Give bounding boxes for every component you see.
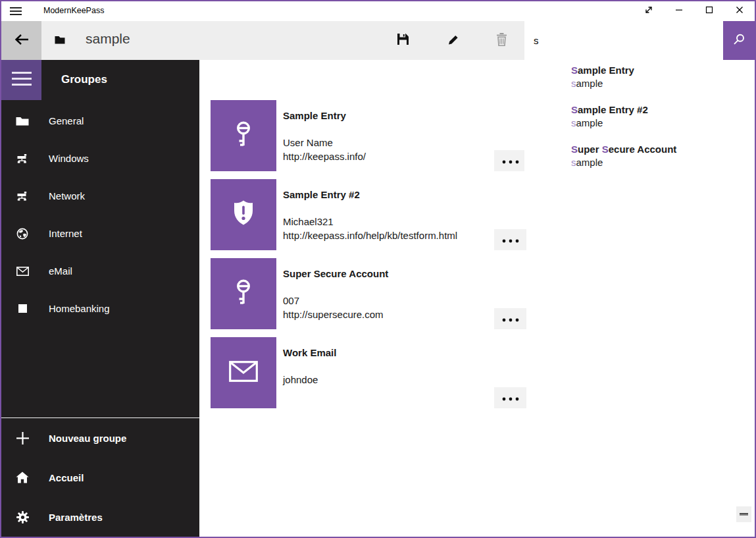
database-folder-icon bbox=[55, 35, 65, 47]
edit-button[interactable] bbox=[438, 21, 469, 60]
sidebar-heading: Groupes bbox=[61, 73, 107, 86]
suggestion-title-segment: ample Entry #2 bbox=[578, 104, 648, 115]
close-button[interactable] bbox=[724, 1, 755, 21]
entry-row[interactable]: Work Email johndoe bbox=[211, 337, 526, 408]
entry-url: http://keepass.info/help/kb/testform.htm… bbox=[283, 229, 457, 242]
entry-row[interactable]: Sample Entry #2 Michael321 http://keepas… bbox=[211, 179, 526, 250]
sidebar-item-internet[interactable]: Internet bbox=[1, 215, 199, 252]
suggestion-subtitle-segment: s bbox=[571, 78, 576, 89]
entry-more-button[interactable] bbox=[494, 229, 526, 250]
entry-title: Super Secure Account bbox=[283, 268, 388, 279]
search-input[interactable] bbox=[524, 21, 723, 60]
entry-more-button[interactable] bbox=[494, 387, 526, 408]
suggestion-subtitle: sample bbox=[571, 77, 752, 90]
zoom-out-button[interactable] bbox=[736, 506, 751, 522]
sidebar-item-label: General bbox=[49, 115, 84, 126]
suggestion-subtitle-segment: ample bbox=[576, 78, 603, 89]
diagonal-resize-icon bbox=[643, 5, 654, 18]
sidebar-item-label: eMail bbox=[49, 265, 72, 277]
sidebar-action-label: Accueil bbox=[49, 472, 84, 483]
suggestion-title-segment: uper bbox=[578, 144, 602, 155]
ellipsis-icon bbox=[502, 155, 519, 167]
entry-tile[interactable] bbox=[211, 100, 276, 171]
entry-tile[interactable] bbox=[211, 179, 276, 250]
settings-button[interactable]: Paramètres bbox=[1, 497, 199, 537]
window-controls bbox=[634, 1, 755, 21]
entry-username: Michael321 bbox=[283, 215, 457, 229]
suggestion-subtitle-segment: ample bbox=[576, 157, 603, 168]
save-button[interactable] bbox=[387, 21, 418, 60]
maximize-button[interactable] bbox=[694, 1, 724, 21]
suggestion-title-segment: S bbox=[602, 144, 609, 155]
suggestion-title-segment: S bbox=[571, 144, 578, 155]
network-icon bbox=[15, 192, 30, 201]
sidebar-item-homebanking[interactable]: Homebanking bbox=[1, 290, 199, 327]
search-suggestions-flyout: Sample Entry sample Sample Entry #2 samp… bbox=[524, 60, 756, 185]
trash-icon bbox=[496, 33, 507, 49]
entry-more-button[interactable] bbox=[494, 150, 526, 171]
titlebar-hamburger-icon[interactable] bbox=[10, 6, 23, 16]
entry-title: Sample Entry #2 bbox=[283, 189, 360, 200]
maximize-icon bbox=[704, 5, 715, 18]
minimize-icon bbox=[674, 5, 684, 18]
entry-title: Work Email bbox=[283, 347, 336, 358]
suggestion-title: Sample Entry bbox=[571, 64, 752, 77]
entry-row[interactable]: Super Secure Account 007 http://supersec… bbox=[211, 258, 526, 329]
minimize-button[interactable] bbox=[664, 1, 694, 21]
mail-icon bbox=[229, 361, 258, 385]
globe-icon bbox=[15, 228, 30, 240]
back-arrow-icon bbox=[14, 33, 30, 49]
suggestion-title: Sample Entry #2 bbox=[571, 103, 752, 117]
save-icon bbox=[397, 33, 409, 48]
home-button[interactable]: Accueil bbox=[1, 458, 199, 497]
nav-toggle-button[interactable] bbox=[1, 60, 41, 100]
edit-pencil-icon bbox=[447, 34, 459, 48]
suggestion-subtitle-segment: s bbox=[571, 117, 576, 128]
plus-icon bbox=[15, 432, 30, 444]
suggestion-item[interactable]: Sample Entry #2 sample bbox=[571, 103, 752, 130]
titlebar: ModernKeePass bbox=[1, 1, 755, 21]
database-title: sample bbox=[86, 31, 130, 47]
suggestion-title-segment: ample Entry bbox=[578, 65, 634, 76]
network-icon bbox=[15, 154, 30, 163]
ellipsis-icon bbox=[502, 234, 519, 246]
sidebar-item-network[interactable]: Network bbox=[1, 177, 199, 215]
shield-alert-icon bbox=[228, 198, 259, 231]
suggestion-title: Super Secure Account bbox=[571, 143, 752, 156]
entry-username: User Name bbox=[283, 136, 366, 149]
sidebar-item-label: Homebanking bbox=[49, 303, 110, 314]
delete-button[interactable] bbox=[486, 21, 517, 60]
entry-username: johndoe bbox=[283, 373, 318, 387]
sidebar-item-label: Network bbox=[49, 190, 85, 202]
gear-icon bbox=[15, 511, 30, 524]
entry-details: User Name http://keepass.info/ bbox=[283, 136, 366, 163]
entry-tile[interactable] bbox=[211, 258, 276, 329]
entry-details: johndoe bbox=[283, 373, 318, 387]
suggestion-subtitle: sample bbox=[571, 156, 752, 169]
key-icon bbox=[228, 277, 259, 310]
mail-icon bbox=[15, 267, 30, 276]
search-icon bbox=[733, 34, 745, 48]
entry-details: Michael321 http://keepass.info/help/kb/t… bbox=[283, 215, 457, 242]
back-button[interactable] bbox=[1, 21, 41, 60]
key-icon bbox=[228, 119, 259, 152]
entry-url: http://supersecure.com bbox=[283, 308, 384, 321]
ellipsis-icon bbox=[502, 392, 519, 404]
ellipsis-icon bbox=[502, 313, 519, 325]
suggestion-title-segment: ecure Account bbox=[609, 144, 677, 155]
minus-icon bbox=[740, 513, 748, 516]
sidebar-item-windows[interactable]: Windows bbox=[1, 140, 199, 177]
sidebar-item-label: Internet bbox=[49, 228, 82, 239]
suggestion-item[interactable]: Super Secure Account sample bbox=[571, 143, 752, 169]
sidebar-item-general[interactable]: General bbox=[1, 102, 199, 140]
suggestion-item[interactable]: Sample Entry sample bbox=[571, 64, 752, 90]
search-button[interactable] bbox=[723, 21, 755, 60]
entry-tile[interactable] bbox=[211, 337, 276, 408]
sidebar-action-label: Nouveau groupe bbox=[49, 433, 126, 444]
entry-url: http://keepass.info/ bbox=[283, 149, 366, 163]
fullscreen-button[interactable] bbox=[634, 1, 664, 21]
new-group-button[interactable]: Nouveau groupe bbox=[1, 418, 199, 458]
sidebar-item-email[interactable]: eMail bbox=[1, 252, 199, 290]
entry-more-button[interactable] bbox=[494, 308, 526, 329]
entry-row[interactable]: Sample Entry User Name http://keepass.in… bbox=[211, 100, 526, 171]
